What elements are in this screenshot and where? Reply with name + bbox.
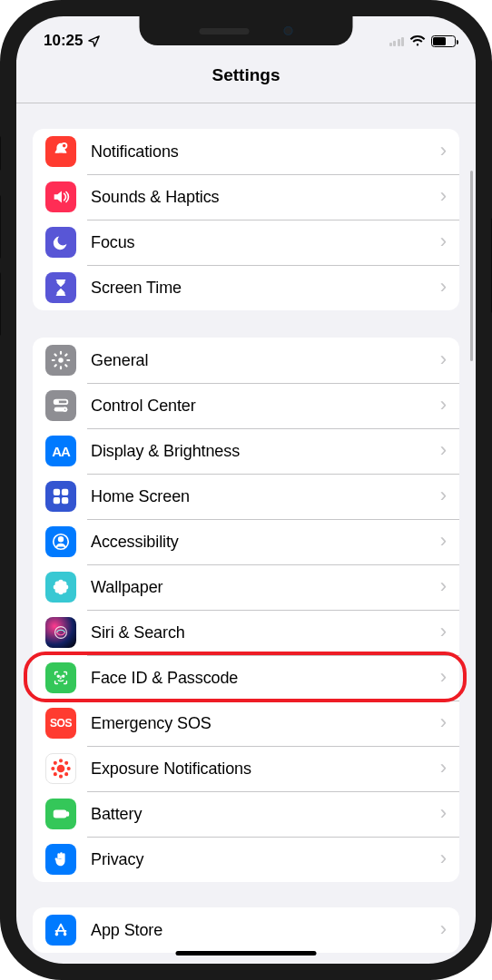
settings-row-emergency-sos[interactable]: SOSEmergency SOS› [33, 701, 459, 746]
svg-point-24 [63, 675, 64, 677]
row-label: Face ID & Passcode [91, 669, 440, 688]
moon-icon [45, 227, 76, 258]
appstore-icon [45, 915, 76, 946]
face-id-icon [45, 662, 76, 693]
svg-point-20 [56, 589, 60, 593]
settings-row-notifications[interactable]: Notifications› [33, 129, 459, 174]
settings-row-exposure-notifications[interactable]: Exposure Notifications› [33, 746, 459, 791]
switches-icon [45, 390, 76, 421]
settings-row-sounds-haptics[interactable]: Sounds & Haptics› [33, 174, 459, 220]
settings-row-home-screen[interactable]: Home Screen› [33, 474, 459, 519]
speaker-icon [45, 181, 76, 212]
home-indicator[interactable] [176, 951, 317, 956]
settings-row-general[interactable]: General› [33, 338, 459, 383]
svg-point-36 [56, 934, 58, 936]
settings-row-display-brightness[interactable]: AADisplay & Brightness› [33, 428, 459, 474]
page-title: Settings [212, 65, 280, 85]
chevron-right-icon: › [440, 275, 447, 300]
svg-point-25 [57, 765, 65, 773]
chevron-right-icon: › [440, 710, 447, 736]
svg-point-29 [67, 768, 70, 770]
chevron-right-icon: › [440, 484, 447, 509]
settings-row-siri-search[interactable]: Siri & Search› [33, 610, 459, 655]
svg-point-13 [59, 585, 64, 590]
cell-signal-icon [389, 35, 405, 46]
svg-point-12 [59, 537, 64, 542]
row-label: Screen Time [91, 279, 440, 298]
row-label: Display & Brightness [91, 442, 440, 461]
chevron-right-icon: › [440, 620, 447, 645]
settings-group: App Store› [33, 907, 459, 953]
row-label: App Store [91, 921, 440, 940]
page-header: Settings [16, 60, 476, 103]
row-label: Sounds & Haptics [91, 188, 440, 207]
grid-icon [45, 481, 76, 512]
chevron-right-icon: › [440, 438, 447, 464]
svg-point-33 [65, 773, 68, 776]
settings-row-app-store[interactable]: App Store› [33, 907, 459, 953]
row-label: Control Center [91, 397, 440, 416]
chevron-right-icon: › [440, 139, 447, 164]
svg-point-31 [65, 761, 68, 764]
row-label: Exposure Notifications [91, 760, 440, 779]
bell-icon [45, 136, 76, 167]
row-label: Home Screen [91, 487, 440, 506]
svg-rect-35 [66, 812, 68, 816]
svg-point-21 [63, 589, 66, 593]
settings-row-face-id-passcode[interactable]: Face ID & Passcode› [33, 655, 459, 701]
settings-group: General›Control Center›AADisplay & Brigh… [33, 338, 459, 882]
row-label: Accessibility [91, 533, 440, 552]
svg-point-2 [58, 358, 64, 363]
settings-row-battery[interactable]: Battery› [33, 791, 459, 837]
svg-rect-7 [54, 490, 59, 495]
row-label: Siri & Search [91, 623, 440, 642]
settings-row-privacy[interactable]: Privacy› [33, 837, 459, 882]
svg-point-32 [54, 773, 56, 776]
scrollbar[interactable] [470, 171, 473, 361]
svg-point-28 [52, 768, 54, 770]
row-label: General [91, 351, 440, 370]
svg-point-23 [57, 675, 59, 677]
sos-icon: SOS [45, 708, 76, 739]
svg-point-4 [55, 400, 58, 403]
settings-row-screen-time[interactable]: Screen Time› [33, 265, 459, 310]
wifi-icon [409, 35, 426, 47]
hand-icon [45, 844, 76, 875]
settings-row-focus[interactable]: Focus› [33, 220, 459, 265]
svg-point-27 [60, 775, 63, 778]
svg-point-37 [64, 934, 66, 936]
settings-row-accessibility[interactable]: Accessibility› [33, 519, 459, 564]
chevron-right-icon: › [440, 801, 447, 827]
chevron-right-icon: › [440, 529, 447, 554]
settings-group: Notifications›Sounds & Haptics›Focus›Scr… [33, 129, 459, 310]
svg-point-6 [64, 407, 66, 410]
status-time: 10:25 [44, 32, 83, 50]
exposure-icon [45, 753, 76, 784]
settings-row-control-center[interactable]: Control Center› [33, 383, 459, 428]
svg-point-18 [56, 583, 60, 586]
gear-icon [45, 345, 76, 376]
svg-point-26 [60, 760, 63, 762]
svg-point-19 [63, 583, 66, 586]
row-label: Emergency SOS [91, 714, 440, 733]
svg-rect-8 [63, 490, 68, 495]
chevron-right-icon: › [440, 756, 447, 781]
chevron-right-icon: › [440, 184, 447, 210]
row-label: Privacy [91, 850, 440, 869]
battery-icon [45, 799, 76, 829]
row-label: Battery [91, 805, 440, 824]
svg-rect-9 [54, 498, 59, 504]
location-icon [87, 34, 101, 48]
chevron-right-icon: › [440, 348, 447, 373]
svg-rect-0 [58, 153, 64, 156]
hourglass-icon [45, 272, 76, 303]
row-label: Notifications [91, 142, 440, 162]
settings-row-wallpaper[interactable]: Wallpaper› [33, 564, 459, 610]
row-label: Wallpaper [91, 578, 440, 597]
chevron-right-icon: › [440, 574, 447, 600]
chevron-right-icon: › [440, 917, 447, 943]
chevron-right-icon: › [440, 665, 447, 691]
siri-icon [45, 617, 76, 648]
svg-point-1 [62, 143, 67, 149]
flower-icon [45, 572, 76, 603]
